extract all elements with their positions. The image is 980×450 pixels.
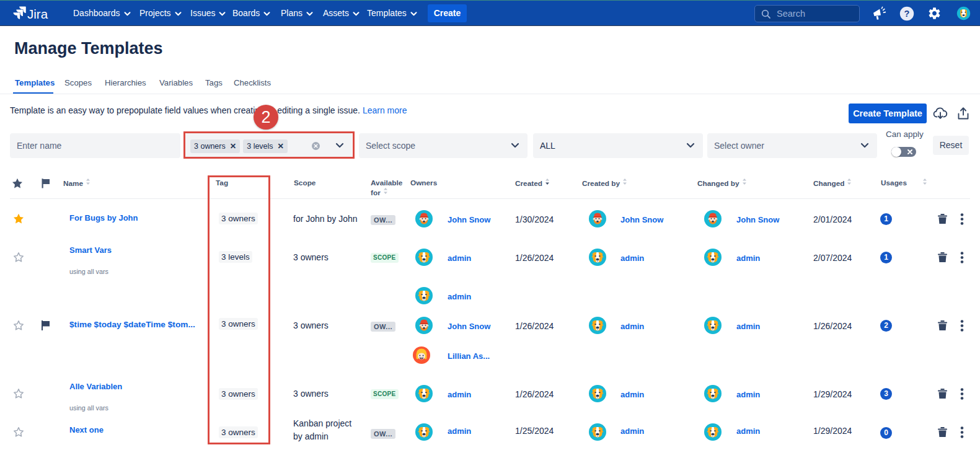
svg-text:Jira: Jira	[27, 7, 48, 21]
svg-text:?: ?	[904, 9, 910, 19]
